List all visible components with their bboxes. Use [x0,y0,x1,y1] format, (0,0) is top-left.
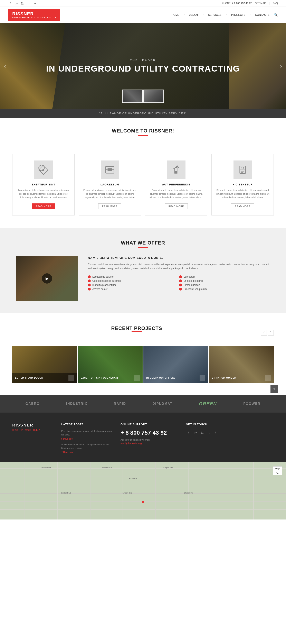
map-label-6: Church Ave [184,492,193,494]
footer-google-plus-icon[interactable]: g+ [193,430,198,435]
sitemap-link[interactable]: SITEMAP [255,2,266,5]
footer-grid: RISSNER © 2014 PRIVACY POLICY LATEST POS… [12,423,274,456]
top-bar: f g+ p in PHONE: + 8 800 757 43 92 SITEM… [0,0,286,7]
project-arrow-1[interactable]: → [68,375,74,381]
welcome-title: WELCOME TO RISSNER! [16,128,270,134]
project-arrow-3[interactable]: → [200,375,205,381]
map-marker [142,501,144,503]
offer-content-title: NAM LIBERO TEMPORE CUM SOLUTA NOBIS. [88,256,270,260]
service-title-4: HIC TENETUR [216,183,270,186]
project-card-1[interactable]: LOREM IPSUM DOLOR → [12,346,77,383]
project-overlay-2: EXCEPTURI SINT OCCAECATI → [78,373,143,383]
map-label-2: Empire Blvd [102,467,112,469]
projects-divider [132,331,142,332]
footer-email[interactable]: mail@demosite.org [121,442,178,445]
service-btn-1[interactable]: READ MORE [32,204,55,209]
offer-content: NAM LIBERO TEMPORE CUM SOLUTA NOBIS. Ris… [88,256,270,291]
service-card-3: AUT PERFERENDIS Dolor sit amet, consecte… [145,154,207,216]
offer-item-l3: Blanditis praesentium [88,283,178,287]
map-btn[interactable]: Map [273,466,282,471]
offer-item-r3: Simos ducimus [179,283,270,287]
faq-link[interactable]: FAQ [273,2,278,5]
back-to-top-button[interactable]: ⇧ [271,386,278,393]
map-label-rissner: RISSNER [129,478,137,480]
offer-title: WHAT WE OFFER [16,240,270,246]
partner-rapid: RAPID [114,402,126,406]
footer-year: © 2014 PRIVACY POLICY [12,429,53,431]
footer-rss-icon[interactable] [200,430,205,435]
nav-home[interactable]: HOME [171,13,179,16]
project-label-4: ET HARUM QUIDEM [212,376,236,379]
offer-video[interactable]: ▶ [16,256,78,301]
footer-posts-title: LATEST POSTS [61,423,112,426]
project-arrow-4[interactable]: → [265,375,271,381]
welcome-divider [138,135,148,136]
project-label-3: IN CULPA QUI OFFICIA [146,376,175,379]
footer-wrap: RISSNER © 2014 PRIVACY POLICY LATEST POS… [0,412,286,462]
offer-divider [138,248,148,248]
svg-point-15 [201,433,202,434]
project-card-3[interactable]: IN CULPA QUI OFFICIA → [143,346,208,383]
service-text-3: Dolor sit amet, consectetur adipiscing e… [149,188,203,199]
pinterest-icon[interactable]: p [26,1,31,5]
footer-pinterest-icon[interactable]: p [207,430,212,435]
footer-support-title: ONLINE SUPPORT [121,423,178,426]
logo-title: RISSNER [12,11,56,16]
footer-facebook-icon[interactable]: f [186,430,191,435]
footer-touch-title: GET IN TOUCH [186,423,237,426]
nav-about[interactable]: ABOUT [189,13,198,16]
project-arrow-2[interactable]: → [134,375,140,381]
satellite-btn[interactable]: Sat [273,471,282,475]
hero-thumb-1[interactable] [122,90,143,103]
hero-thumb-2[interactable] [143,90,164,103]
footer-col-touch: GET IN TOUCH f g+ p in [186,423,237,456]
project-arrows: ( ) [261,330,274,336]
offer-description: Rissner is a full service versatile unde… [88,262,270,271]
offer-item-r4: Praesenti voluptatum [179,287,270,291]
footer-privacy[interactable]: PRIVACY POLICY [21,429,40,431]
logo[interactable]: RISSNER UNDERGROUND UTILITY CONTRACTOR [8,9,60,21]
phone-label: PHONE: + 8 800 757 43 92 [222,2,252,5]
projects-header: RECENT PROJECTS ( ) [12,326,274,340]
svg-point-3 [42,169,44,170]
project-card-2[interactable]: EXCEPTURI SINT OCCAECATI → [78,346,143,383]
project-overlay-1: LOREM IPSUM DOLOR → [12,373,77,383]
service-btn-4[interactable]: READ MORE [231,204,254,209]
footer-col-logo: RISSNER © 2014 PRIVACY POLICY [12,423,53,456]
nav-projects[interactable]: PROJECTS [231,13,245,16]
hero-prev-arrow[interactable]: ‹ [4,63,6,69]
footer-post-2: At accusamus et iustom odiplgsimo ducimu… [61,443,112,453]
footer-post-text-2: At accusamus et iustom odiplgsimo ducimu… [61,443,112,450]
hero-next-arrow[interactable]: › [280,63,282,69]
footer-post-1: Eos et accusamus et iustom odiplosi-mos … [61,430,112,440]
services-grid: EXEPTEUR SINT Lorem ipsum dolor sit amet… [0,154,286,228]
google-plus-icon[interactable]: g+ [14,1,18,5]
service-icon-4 [234,160,252,179]
partners-bar: GABRO INDUSTRIX RAPID DIPLOMAT green FOO… [0,395,286,412]
play-button[interactable]: ▶ [42,273,52,284]
service-btn-3[interactable]: READ MORE [165,204,188,209]
tagline-text: "FULL RANGE OF UNDERGROUND UTILITY SERVI… [99,112,187,115]
footer-linkedin-icon[interactable]: in [214,430,219,435]
service-card-4: HIC TENETUR Sit amet, consectetur adipis… [211,154,274,216]
partner-diplomat: DIPLOMAT [152,402,172,406]
footer: RISSNER © 2014 PRIVACY POLICY LATEST POS… [0,412,286,462]
hero-thumbnails [122,90,164,103]
offer-item-r2: Et lusto dio dignis [179,279,270,283]
svg-rect-8 [175,171,177,174]
nav-contacts[interactable]: CONTACTS [255,13,270,16]
search-icon[interactable]: 🔍 [274,13,278,17]
service-btn-2[interactable]: READ MORE [98,204,122,209]
map-label-1: Empire Blvd [41,467,51,469]
facebook-icon[interactable]: f [8,1,12,5]
nav-services[interactable]: SERVICES [208,13,222,16]
project-next-arrow[interactable]: ) [268,330,274,336]
project-prev-arrow[interactable]: ( [261,330,267,336]
project-card-4[interactable]: ET HARUM QUIDEM → [209,346,274,383]
offer-item-l1: Eccusamus et lusto [88,275,178,279]
get-in-touch-social: f g+ p in [186,430,237,435]
rss-icon[interactable] [20,1,24,5]
footer-post-text-1: Eos et accusamus et iustom odiplosi-mos … [61,430,112,437]
service-icon-3 [167,160,186,179]
linkedin-icon[interactable]: in [33,1,37,5]
